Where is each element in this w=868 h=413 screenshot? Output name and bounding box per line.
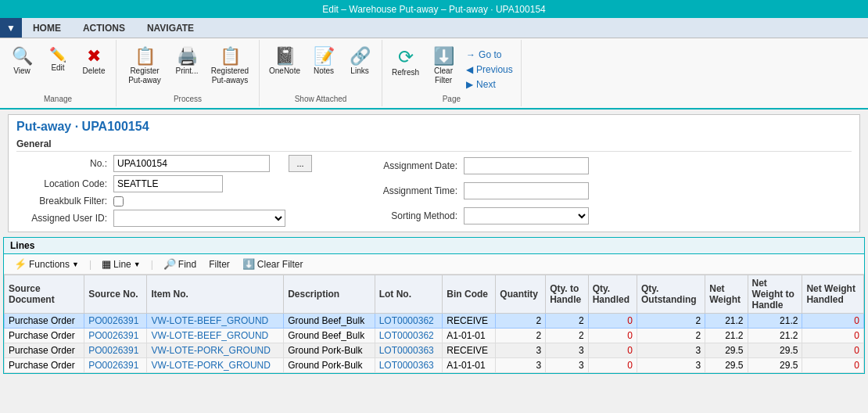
col-item-no: Item No.	[147, 275, 284, 314]
lines-header: Lines	[4, 238, 864, 254]
view-button[interactable]: 🔍 View	[5, 45, 39, 79]
sorting-method-select[interactable]	[464, 207, 589, 224]
view-icon: 🔍	[12, 48, 33, 65]
delete-button[interactable]: ✖ Delete	[77, 45, 111, 79]
functions-icon: ⚡	[14, 258, 27, 270]
print-icon: 🖨️	[177, 48, 198, 65]
content-area: Put-away · UPA100154 General No.: ... Lo…	[8, 114, 860, 232]
table-row[interactable]: Purchase OrderPO0026391VW-LOTE-BEEF_GROU…	[5, 329, 864, 343]
ribbon-group-process: 📋 RegisterPut-away 🖨️ Print... 📋 Registe…	[117, 40, 260, 106]
tab-navigate[interactable]: NAVIGATE	[136, 18, 205, 38]
assignment-date-input[interactable]	[464, 157, 589, 174]
process-group-label: Process	[174, 95, 202, 105]
page-nav-group: → Go to ◀ Previous ▶ Next	[463, 45, 516, 92]
title-text: Edit – Warehouse Put-away – Put-away · U…	[322, 4, 546, 15]
notes-button[interactable]: 📝 Notes	[307, 45, 341, 79]
notes-icon: 📝	[314, 48, 335, 65]
col-net-weight-to-handle: NetWeight toHandle	[748, 275, 802, 314]
assignment-time-label: Assignment Time:	[359, 185, 461, 196]
onenote-icon: 📓	[274, 48, 296, 65]
general-section-header: General	[16, 138, 852, 152]
page-group-label: Page	[443, 95, 461, 105]
assigned-user-id-select[interactable]	[113, 210, 285, 227]
assigned-user-id-label: Assigned User ID:	[16, 213, 110, 224]
table-row[interactable]: Purchase OrderPO0026391VW-LOTE-PORK_GROU…	[5, 343, 864, 358]
col-bin-code: Bin Code	[443, 275, 496, 314]
home-dropdown-icon: ▼	[6, 23, 16, 34]
assignment-date-label: Assignment Date:	[359, 160, 461, 171]
ribbon-group-manage: 🔍 View ✏️ Edit ✖ Delete Manage	[0, 40, 117, 106]
filter-button[interactable]: Filter	[205, 257, 234, 271]
functions-button[interactable]: ⚡ Functions ▼	[10, 257, 83, 271]
clear-filter-lines-icon: ⬇️	[242, 258, 255, 270]
no-browse-btn[interactable]: ...	[289, 155, 312, 172]
breakbulk-filter-label: Breakbulk Filter:	[16, 196, 110, 206]
links-button[interactable]: 🔗 Links	[343, 45, 377, 79]
refresh-button[interactable]: ⟳ Refresh	[387, 45, 424, 81]
lines-section: Lines ⚡ Functions ▼ | ▦ Line ▼ | 🔎 Find …	[3, 237, 865, 374]
register-putaway-icon: 📋	[135, 48, 156, 65]
lines-toolbar: ⚡ Functions ▼ | ▦ Line ▼ | 🔎 Find Filter…	[4, 254, 864, 275]
register-putaway-button[interactable]: 📋 RegisterPut-away	[121, 45, 168, 88]
col-lot-no: Lot No.	[375, 275, 443, 314]
show-attached-group-label: Show Attached	[295, 95, 347, 105]
tab-actions[interactable]: ACTIONS	[72, 18, 136, 38]
registered-putaways-button[interactable]: 📋 RegisteredPut-aways	[206, 45, 254, 88]
col-source-document: SourceDocument	[5, 275, 84, 314]
assignment-time-input[interactable]	[464, 182, 589, 199]
ribbon-group-page: ⟳ Refresh ⬇️ ClearFilter → Go to ◀ Previ…	[382, 40, 522, 106]
refresh-icon: ⟳	[398, 48, 414, 66]
print-button[interactable]: 🖨️ Print...	[170, 45, 204, 79]
page-title: Put-away · UPA100154	[16, 120, 852, 134]
clear-filter-button[interactable]: ⬇️ ClearFilter	[425, 45, 461, 88]
onenote-button[interactable]: 📓 OneNote	[264, 45, 305, 79]
tab-bar: ▼ HOME ACTIONS NAVIGATE	[0, 18, 868, 38]
delete-icon: ✖	[87, 48, 101, 65]
no-input[interactable]	[113, 155, 270, 172]
title-bar: Edit – Warehouse Put-away – Put-away · U…	[0, 0, 868, 18]
manage-group-label: Manage	[44, 95, 72, 105]
find-icon: 🔎	[163, 258, 176, 270]
col-description: Description	[284, 275, 375, 314]
clear-filter-icon: ⬇️	[433, 48, 454, 65]
col-qty-handled: Qty.Handled	[588, 275, 637, 314]
go-to-button[interactable]: → Go to	[463, 48, 516, 62]
location-code-input[interactable]	[113, 175, 223, 192]
breakbulk-filter-checkbox[interactable]	[113, 196, 124, 206]
lines-table: SourceDocument Source No. Item No. Descr…	[4, 275, 864, 373]
no-label: No.:	[16, 158, 110, 169]
line-button[interactable]: ▦ Line ▼	[98, 257, 145, 271]
col-source-no: Source No.	[84, 275, 147, 314]
col-qty-outstanding: Qty.Outstanding	[637, 275, 705, 314]
sorting-method-label: Sorting Method:	[359, 210, 461, 221]
edit-button[interactable]: ✏️ Edit	[41, 45, 75, 76]
col-quantity: Quantity	[496, 275, 546, 314]
edit-icon: ✏️	[49, 48, 66, 62]
previous-button[interactable]: ◀ Previous	[463, 63, 516, 77]
tab-home[interactable]: HOME	[22, 18, 72, 38]
col-net-weight: NetWeight	[705, 275, 748, 314]
location-code-label: Location Code:	[16, 178, 110, 189]
links-icon: 🔗	[350, 48, 371, 65]
registered-putaways-icon: 📋	[220, 48, 241, 65]
col-net-weight-handled: Net WeightHandled	[802, 275, 864, 314]
col-qty-to-handle: Qty. toHandle	[546, 275, 589, 314]
line-icon: ▦	[102, 258, 111, 270]
find-button[interactable]: 🔎 Find	[160, 257, 200, 271]
ribbon-group-show-attached: 📓 OneNote 📝 Notes 🔗 Links Show Attached	[260, 40, 382, 106]
next-button[interactable]: ▶ Next	[463, 77, 516, 92]
table-row[interactable]: Purchase OrderPO0026391VW-LOTE-PORK_GROU…	[5, 358, 864, 373]
clear-filter-lines-button[interactable]: ⬇️ Clear Filter	[239, 257, 307, 271]
home-dropdown-btn[interactable]: ▼	[0, 18, 22, 38]
ribbon: 🔍 View ✏️ Edit ✖ Delete Manage 📋 Registe…	[0, 38, 868, 110]
table-row[interactable]: Purchase OrderPO0026391VW-LOTE-BEEF_GROU…	[5, 314, 864, 329]
